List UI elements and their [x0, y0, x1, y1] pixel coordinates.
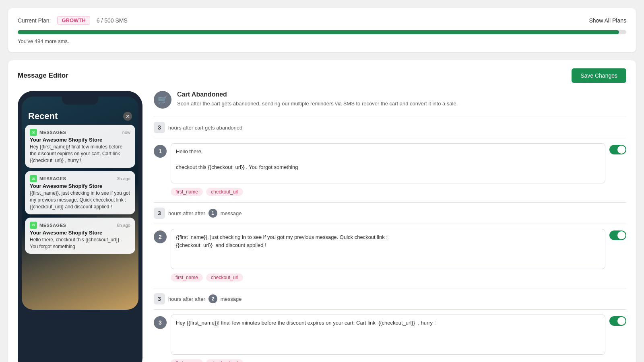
- sms-body-1: Hey {{first_name}}! final few minutes be…: [30, 144, 130, 164]
- sms-card-header-2: ✉ MESSAGES 3h ago: [30, 175, 130, 182]
- tag-first-name-1[interactable]: first_name: [171, 188, 203, 196]
- timing-badge-1: 3: [154, 122, 165, 133]
- divider-3: [154, 288, 626, 288]
- plan-label: Current Plan:: [18, 17, 51, 24]
- cart-info: Cart Abandoned Soon after the cart gets …: [177, 91, 458, 108]
- tag-checkout-url-3[interactable]: checkout_url: [206, 359, 243, 362]
- message-content-2: {{first_name}}, just checking in to see …: [171, 229, 605, 282]
- sms-notification-3: ✉ MESSAGES 6h ago Your Awesome Shopify S…: [25, 218, 135, 254]
- phone-mockup: Recent ✕ ✉ MESSAGES now Your Awesome Sho…: [18, 91, 142, 362]
- phone-notch: [62, 97, 98, 105]
- timing-badge-3: 3: [154, 293, 165, 304]
- sms-time-1: now: [122, 130, 130, 135]
- timing-text-3a: hours after after: [168, 296, 205, 302]
- plan-badge: GROWTH: [57, 16, 90, 25]
- timing-row-1: 3 hours after cart gets abandoned: [154, 122, 626, 138]
- sms-label-1: MESSAGES: [39, 130, 66, 135]
- message-editor-card: Message Editor Save Changes Recent ✕ ✉ M…: [8, 60, 636, 362]
- cart-abandoned-header: 🛒 Cart Abandoned Soon after the cart get…: [154, 91, 626, 109]
- sms-time-3: 6h ago: [117, 223, 130, 228]
- tags-row-1: first_name checkout_url: [171, 188, 605, 196]
- sms-store-1: Your Awesome Shopify Store: [30, 137, 130, 143]
- message-content-3: Hey {{first_name}}! final few minutes be…: [171, 315, 605, 362]
- phone-screen: Recent ✕ ✉ MESSAGES now Your Awesome Sho…: [22, 97, 138, 310]
- toggle-wrap-3: [609, 315, 626, 326]
- tag-checkout-url-1[interactable]: checkout_url: [206, 188, 243, 196]
- toggle-2[interactable]: [609, 230, 626, 240]
- cart-abandoned-heading: Cart Abandoned: [177, 91, 458, 98]
- toggle-1[interactable]: [609, 145, 626, 154]
- close-icon[interactable]: ✕: [123, 112, 132, 121]
- editor-header: Message Editor Save Changes: [18, 68, 626, 83]
- messages-icon-3: ✉: [30, 222, 37, 229]
- sms-label-2: MESSAGES: [39, 176, 66, 181]
- messages-icon-1: ✉: [30, 129, 37, 136]
- editor-title: Message Editor: [18, 72, 68, 80]
- plan-card: Current Plan: GROWTH 6 / 500 SMS Show Al…: [8, 8, 636, 52]
- progress-bar-background: [18, 30, 626, 34]
- message-content-1: Hello there, checkout this {{checkout_ur…: [171, 143, 605, 196]
- message-block-3: 3 Hey {{first_name}}! final few minutes …: [154, 315, 626, 362]
- progress-bar-fill: [18, 30, 619, 34]
- tag-first-name-2[interactable]: first_name: [171, 274, 203, 282]
- timing-row-3: 3 hours after after 2 message: [154, 293, 626, 310]
- sms-icon-row-3: ✉ MESSAGES: [30, 222, 66, 229]
- tags-row-3: first_name checkout_url: [171, 359, 605, 362]
- tags-row-2: first_name checkout_url: [171, 274, 605, 282]
- timing-row-2: 3 hours after after 1 message: [154, 208, 626, 224]
- cart-icon-symbol: 🛒: [158, 95, 168, 105]
- timing-badge-2: 3: [154, 208, 165, 219]
- sms-notification-2: ✉ MESSAGES 3h ago Your Awesome Shopify S…: [25, 171, 135, 214]
- sms-store-2: Your Awesome Shopify Store: [30, 183, 130, 189]
- plan-info-text: You've 494 more sms.: [18, 38, 626, 44]
- message-textarea-3[interactable]: Hey {{first_name}}! final few minutes be…: [171, 315, 605, 355]
- sms-body-2: {{first_name}}, just checking in to see …: [30, 190, 130, 210]
- timing-msg-ref-3: 2: [208, 294, 217, 303]
- recent-label: Recent: [28, 111, 58, 121]
- timing-text-1: hours after cart gets abandoned: [168, 125, 242, 131]
- sms-label-3: MESSAGES: [39, 223, 66, 228]
- editor-body: Recent ✕ ✉ MESSAGES now Your Awesome Sho…: [18, 91, 626, 362]
- show-all-plans-link[interactable]: Show All Plans: [589, 17, 626, 24]
- cart-icon: 🛒: [154, 91, 171, 109]
- plan-sms-count: 6 / 500 SMS: [97, 17, 128, 24]
- divider-2: [154, 202, 626, 203]
- tag-first-name-3[interactable]: first_name: [171, 359, 203, 362]
- divider-1: [154, 117, 626, 117]
- toggle-wrap-1: [609, 143, 626, 154]
- toggle-3[interactable]: [609, 316, 626, 326]
- sms-card-header-3: ✉ MESSAGES 6h ago: [30, 222, 130, 229]
- sms-store-3: Your Awesome Shopify Store: [30, 230, 130, 236]
- tag-checkout-url-2[interactable]: checkout_url: [206, 274, 243, 282]
- messages-icon-2: ✉: [30, 175, 37, 182]
- message-number-3: 3: [154, 316, 167, 329]
- cart-abandoned-description: Soon after the cart gets abandoned, send…: [177, 100, 458, 108]
- sms-body-3: Hello there, checkout this {{checkout_ur…: [30, 237, 130, 250]
- sms-icon-row-2: ✉ MESSAGES: [30, 175, 66, 182]
- message-block-1: 1 Hello there, checkout this {{checkout_…: [154, 143, 626, 196]
- sms-card-header-1: ✉ MESSAGES now: [30, 129, 130, 136]
- timing-text-2a: hours after after: [168, 210, 205, 216]
- toggle-wrap-2: [609, 229, 626, 240]
- message-number-1: 1: [154, 145, 167, 158]
- timing-text-2b: message: [221, 210, 242, 216]
- sms-notification-1: ✉ MESSAGES now Your Awesome Shopify Stor…: [25, 125, 135, 168]
- save-changes-button[interactable]: Save Changes: [572, 68, 626, 83]
- message-block-2: 2 {{first_name}}, just checking in to se…: [154, 229, 626, 282]
- sms-time-2: 3h ago: [117, 176, 130, 181]
- sms-icon-row-1: ✉ MESSAGES: [30, 129, 66, 136]
- message-textarea-2[interactable]: {{first_name}}, just checking in to see …: [171, 229, 605, 269]
- timing-msg-ref-2: 1: [208, 209, 217, 218]
- message-textarea-1[interactable]: Hello there, checkout this {{checkout_ur…: [171, 143, 605, 183]
- recent-header: Recent ✕: [22, 107, 138, 125]
- editor-right-panel: 🛒 Cart Abandoned Soon after the cart get…: [154, 91, 626, 362]
- message-number-2: 2: [154, 230, 167, 243]
- timing-text-3b: message: [221, 296, 242, 302]
